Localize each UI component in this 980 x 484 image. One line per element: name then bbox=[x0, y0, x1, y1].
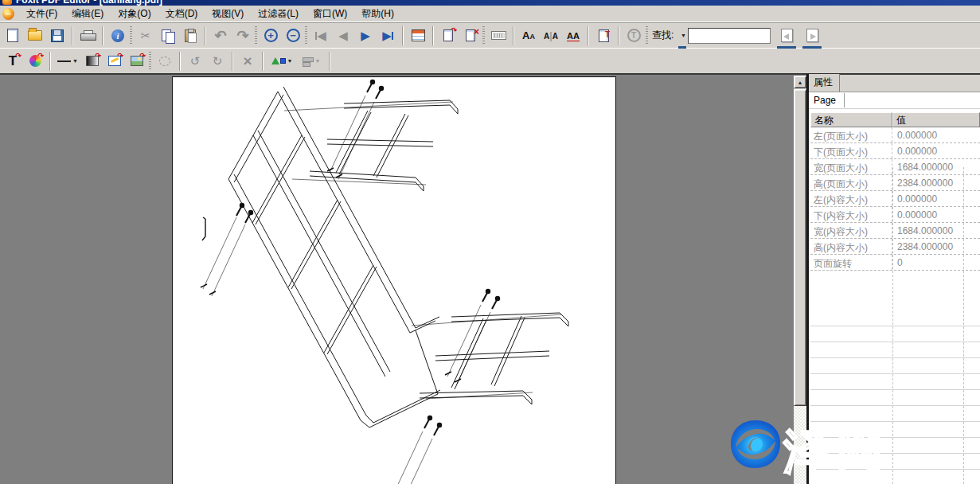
separator bbox=[102, 26, 103, 45]
lasso-select-button[interactable] bbox=[154, 51, 176, 72]
line-style-button[interactable]: ▼ bbox=[54, 51, 81, 72]
menu-bar: 文件(F) 编辑(E) 对象(O) 文档(D) 视图(V) 过滤器(L) 窗口(… bbox=[0, 6, 980, 22]
document-info-button[interactable]: i bbox=[107, 25, 129, 46]
insert-page-button[interactable]: ↷ bbox=[437, 25, 459, 46]
align-bars-icon bbox=[303, 57, 314, 66]
separator bbox=[402, 26, 404, 45]
up-arrow-icon: ▲ bbox=[798, 80, 803, 85]
property-row[interactable]: 左(内容大小)0.000000 bbox=[810, 191, 980, 207]
cut-button[interactable]: ✂ bbox=[135, 25, 157, 46]
menu-filter[interactable]: 过滤器(L) bbox=[251, 6, 306, 22]
toolbar-grip[interactable] bbox=[255, 26, 257, 45]
menu-object[interactable]: 对象(O) bbox=[111, 6, 158, 22]
scissors-icon: ✂ bbox=[141, 29, 151, 41]
title-bar: Foxit PDF Editor - [danliang.pdf] bbox=[0, 0, 980, 6]
properties-tab-bar: Page bbox=[809, 92, 980, 109]
zoom-in-icon: + bbox=[264, 29, 278, 42]
find-next-icon bbox=[806, 29, 818, 42]
zoom-in-button[interactable]: + bbox=[260, 25, 282, 46]
open-button[interactable] bbox=[24, 25, 46, 46]
zoom-out-button[interactable]: − bbox=[282, 25, 304, 46]
column-header-value: 值 bbox=[892, 112, 980, 127]
copy-icon bbox=[162, 29, 174, 42]
document-workspace bbox=[0, 74, 807, 484]
rotate-left-button[interactable]: ↺ bbox=[184, 51, 206, 72]
page-canvas[interactable] bbox=[172, 76, 616, 484]
menu-document[interactable]: 文档(D) bbox=[158, 6, 205, 22]
scrollbar-thumb[interactable] bbox=[794, 89, 806, 406]
property-row[interactable]: 左(页面大小)0.000000 bbox=[810, 127, 980, 143]
toolbar-grip[interactable] bbox=[149, 52, 151, 71]
foxit-logo-icon bbox=[2, 8, 14, 20]
menu-file[interactable]: 文件(F) bbox=[19, 6, 64, 22]
find-previous-button[interactable] bbox=[775, 25, 798, 46]
toolbar-edit: T↷ ↷ ▼ ↷ ↷ ↷ ↺ ↻ × ▼ ▼ bbox=[0, 48, 980, 73]
column-divider bbox=[892, 167, 893, 484]
undo-button[interactable]: ↶ bbox=[209, 25, 232, 46]
text-T-icon: T bbox=[605, 31, 610, 39]
separator bbox=[49, 52, 51, 71]
column-divider bbox=[963, 167, 964, 484]
add-color-object-button[interactable]: ↷ bbox=[24, 51, 46, 72]
next-page-button[interactable]: ▶ bbox=[354, 25, 377, 46]
red-x-icon: × bbox=[474, 27, 479, 37]
font-spacing-button[interactable]: AA bbox=[562, 25, 584, 46]
insert-shape-button[interactable]: ▼ bbox=[267, 51, 297, 72]
font-AA-icon: A|A bbox=[544, 30, 558, 41]
app-window: Foxit PDF Editor - [danliang.pdf] 文件(F) … bbox=[0, 0, 980, 484]
edit-image-button[interactable]: ↷ bbox=[103, 51, 126, 72]
text-tool-button[interactable]: T bbox=[623, 25, 645, 46]
page-layout-button[interactable] bbox=[407, 25, 429, 46]
rotate-right-button[interactable]: ↻ bbox=[206, 51, 228, 72]
property-row[interactable]: 下(页面大小)0.000000 bbox=[810, 143, 980, 159]
scrollbar-track[interactable] bbox=[794, 406, 806, 484]
delete-page-button[interactable]: × bbox=[459, 25, 482, 46]
previous-page-button[interactable]: ◀ bbox=[332, 25, 354, 46]
new-page-icon bbox=[7, 29, 18, 42]
menu-edit[interactable]: 编辑(E) bbox=[64, 6, 111, 22]
red-arrow-icon: ↷ bbox=[15, 53, 21, 60]
find-next-button[interactable] bbox=[801, 25, 823, 46]
add-shading-button[interactable]: ↷ bbox=[81, 51, 103, 72]
redo-button[interactable]: ↷ bbox=[232, 25, 254, 46]
font-style-button[interactable]: AA bbox=[517, 25, 540, 46]
property-row[interactable]: 高(页面大小)2384.000000 bbox=[810, 175, 980, 191]
find-input[interactable] bbox=[688, 28, 771, 44]
page-form-icon bbox=[412, 29, 425, 41]
toolbar-grip[interactable] bbox=[305, 26, 307, 45]
delete-object-button[interactable]: × bbox=[236, 51, 259, 72]
property-row[interactable]: 宽(页面大小)1684.000000 bbox=[810, 159, 980, 175]
font-width-button[interactable]: A|A bbox=[540, 25, 562, 46]
properties-panel-title: 属性 bbox=[809, 74, 840, 92]
property-row[interactable]: 高(内容大小)2384.000000 bbox=[810, 239, 980, 255]
line-icon bbox=[57, 60, 71, 62]
property-row[interactable]: 下(内容大小)0.000000 bbox=[810, 207, 980, 223]
last-page-icon: ▶ bbox=[382, 29, 393, 43]
keyboard-button[interactable] bbox=[487, 25, 510, 46]
tab-page[interactable]: Page bbox=[809, 93, 845, 107]
toolbar-grip[interactable] bbox=[482, 26, 485, 45]
new-button[interactable] bbox=[2, 25, 24, 46]
paste-clipboard-icon bbox=[185, 29, 196, 42]
add-image-button[interactable]: ↷ bbox=[126, 51, 148, 72]
property-row[interactable]: 页面旋转0 bbox=[810, 255, 980, 271]
copy-button[interactable] bbox=[157, 25, 179, 46]
paste-button[interactable] bbox=[179, 25, 201, 46]
print-button[interactable] bbox=[76, 25, 99, 46]
add-text-button[interactable]: T↷ bbox=[2, 51, 24, 72]
property-row[interactable]: 宽(内容大小)1684.000000 bbox=[810, 223, 980, 239]
toolbar-grip[interactable] bbox=[130, 26, 132, 45]
save-button[interactable] bbox=[46, 25, 68, 46]
insert-text-button[interactable]: T bbox=[592, 25, 615, 46]
menu-view[interactable]: 视图(V) bbox=[205, 6, 251, 22]
menu-help[interactable]: 帮助(H) bbox=[354, 6, 401, 22]
find-options-dropdown[interactable]: ▼ bbox=[677, 25, 688, 46]
empty-rows-area bbox=[810, 310, 980, 484]
menu-window[interactable]: 窗口(W) bbox=[306, 6, 354, 22]
first-page-button[interactable]: ◀ bbox=[310, 25, 332, 46]
toolbar-grip[interactable] bbox=[646, 26, 648, 45]
last-page-button[interactable]: ▶ bbox=[377, 25, 399, 46]
chevron-down-icon: ▼ bbox=[681, 33, 686, 38]
scroll-up-button[interactable]: ▲ bbox=[794, 76, 806, 88]
align-objects-button[interactable]: ▼ bbox=[297, 51, 326, 72]
